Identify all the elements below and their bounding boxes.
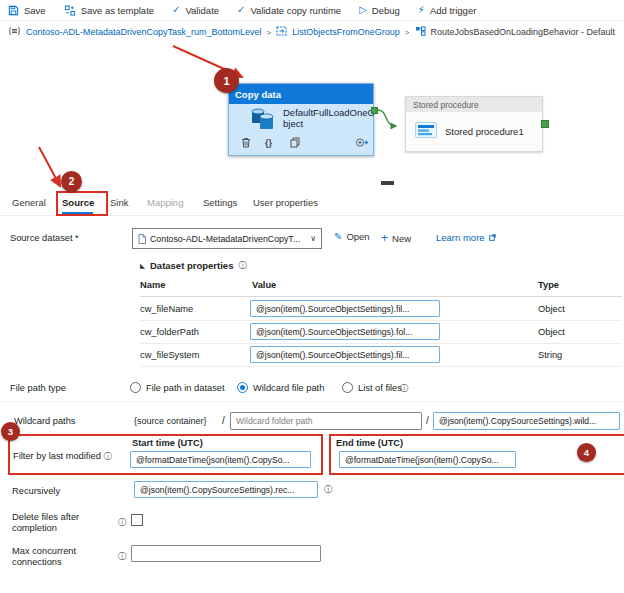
play-icon: ▷ (359, 5, 367, 15)
properties-tabbar: General Source Sink Mapping Settings Use… (0, 190, 624, 216)
radio-wildcard-file-path[interactable] (237, 382, 248, 393)
foreach-icon (276, 26, 287, 38)
annotation-step-2: 2 (61, 171, 82, 192)
panel-resize-handle[interactable] (381, 181, 394, 185)
save-button[interactable]: Save (8, 5, 46, 16)
external-link-icon (489, 232, 496, 243)
edit-icon: ✎ (334, 231, 342, 242)
breadcrumb-pipeline-link[interactable]: Contoso-ADL-MetadataDrivenCopyTask_rum_B… (26, 27, 262, 37)
stored-procedure-output-port[interactable] (541, 120, 549, 128)
learn-more-label: Learn more (436, 232, 485, 243)
tab-settings[interactable]: Settings (203, 197, 237, 208)
adf-pipeline-editor: Save Save as template ✓ Validate ✓ Valid… (0, 0, 624, 593)
lightning-icon: ⚡ (418, 5, 425, 15)
validate-copy-runtime-button[interactable]: ✓ Validate copy runtime (237, 5, 341, 16)
source-dataset-dropdown[interactable]: Contoso-ADL-MetadataDrivenCopyT... ∨ (132, 228, 322, 249)
filter-by-last-modified-label: Filter by last modified ⓘ (13, 451, 111, 462)
recursively-input[interactable] (134, 481, 318, 498)
delete-icon[interactable] (241, 137, 251, 151)
annotation-arrow-2 (39, 147, 60, 186)
validate-button[interactable]: ✓ Validate (172, 5, 219, 16)
table-row-type: Object (538, 304, 565, 314)
start-time-label: Start time (UTC) (132, 438, 203, 448)
open-dataset-button[interactable]: ✎ Open (334, 231, 370, 242)
radio-file-path-in-dataset[interactable] (130, 382, 141, 393)
chevron-down-icon: ∨ (310, 234, 316, 243)
tab-sink[interactable]: Sink (110, 197, 128, 208)
validate-label: Validate (185, 5, 219, 16)
recursively-label: Recursively (12, 486, 60, 496)
table-row-type: String (538, 350, 562, 360)
new-label: New (392, 233, 411, 244)
copy-activity-node[interactable]: Copy data DefaultFullLoadOneObject {} (228, 83, 374, 156)
wildcard-file-input[interactable] (433, 412, 620, 430)
stored-procedure-type-label: Stored procedure (406, 97, 542, 112)
table-header-type: Type (538, 280, 559, 290)
new-dataset-button[interactable]: + New (381, 231, 411, 245)
add-trigger-label: Add trigger (430, 5, 476, 16)
tab-general[interactable]: General (12, 197, 46, 208)
check-icon: ✓ (237, 5, 245, 15)
toolbar: Save Save as template ✓ Validate ✓ Valid… (0, 0, 624, 21)
tab-source[interactable]: Source (62, 197, 94, 208)
stored-procedure-name: Stored procedure1 (445, 126, 524, 137)
table-row-value-input[interactable] (250, 346, 440, 363)
stored-procedure-node[interactable]: Stored procedure Stored procedure1 (405, 96, 543, 152)
learn-more-link[interactable]: Learn more (436, 232, 496, 243)
table-row-name: cw_folderPath (140, 327, 199, 337)
table-header-value: Value (252, 280, 276, 290)
breadcrumb-foreach-link[interactable]: ListObjectsFromOneGroup (292, 27, 400, 37)
wildcard-folder-input[interactable] (230, 412, 422, 430)
delete-files-checkbox[interactable] (131, 514, 143, 526)
breadcrumb-separator: > (405, 28, 410, 37)
table-row-value-input[interactable] (250, 300, 440, 317)
info-icon: ⓘ (400, 383, 408, 394)
copy-activity-icon (249, 106, 277, 136)
dataset-properties-label: Dataset properties (150, 260, 233, 271)
dataset-document-icon (138, 230, 146, 248)
info-icon: ⓘ (118, 551, 126, 562)
annotation-step-4: 4 (577, 443, 596, 462)
path-slash: / (222, 415, 225, 426)
table-row-name: cw_fileSystem (140, 350, 199, 360)
source-dataset-value: Contoso-ADL-MetadataDrivenCopyT... (150, 234, 306, 244)
debug-button[interactable]: ▷ Debug (359, 5, 400, 16)
add-output-icon[interactable] (355, 137, 369, 151)
end-time-label: End time (UTC) (336, 438, 403, 448)
clone-icon[interactable] (290, 137, 300, 151)
table-row-value-input[interactable] (250, 323, 440, 340)
validate-copy-runtime-label: Validate copy runtime (250, 5, 341, 16)
tab-user-properties[interactable]: User properties (253, 197, 318, 208)
copy-activity-name: DefaultFullLoadOneObject (283, 107, 375, 129)
save-icon (8, 5, 19, 16)
code-icon[interactable]: {} (265, 137, 272, 149)
info-icon: ⓘ (103, 452, 111, 461)
source-container-text: {source container} (134, 416, 207, 426)
save-as-template-label: Save as template (81, 5, 154, 16)
save-label: Save (24, 5, 46, 16)
stored-procedure-icon (415, 122, 437, 142)
start-time-input[interactable] (130, 451, 311, 468)
dataset-properties-toggle[interactable]: ◣ Dataset properties ⓘ (140, 260, 246, 271)
radio-label: File path in dataset (146, 383, 225, 393)
copy-activity-type-label: Copy data (229, 84, 373, 104)
table-row-name: cw_fileName (140, 304, 193, 314)
breadcrumb-separator: > (267, 28, 272, 37)
radio-list-of-files[interactable] (342, 382, 353, 393)
add-trigger-button[interactable]: ⚡ Add trigger (418, 5, 477, 16)
file-path-type-label: File path type (10, 383, 66, 393)
info-icon: ⓘ (324, 484, 332, 495)
delete-files-label: Delete files after completion (12, 512, 112, 533)
debug-label: Debug (372, 5, 400, 16)
open-label: Open (346, 231, 369, 242)
save-as-template-button[interactable]: Save as template (64, 5, 154, 16)
tab-mapping[interactable]: Mapping (147, 197, 183, 208)
copy-output-port[interactable] (371, 107, 378, 114)
plus-icon: + (381, 231, 388, 245)
end-time-input[interactable] (339, 451, 516, 468)
max-concurrent-input[interactable] (131, 545, 321, 562)
info-icon: ⓘ (238, 260, 246, 271)
breadcrumb: Contoso-ADL-MetadataDrivenCopyTask_rum_B… (8, 26, 615, 38)
table-header-name: Name (140, 280, 165, 290)
switch-icon (415, 26, 426, 38)
